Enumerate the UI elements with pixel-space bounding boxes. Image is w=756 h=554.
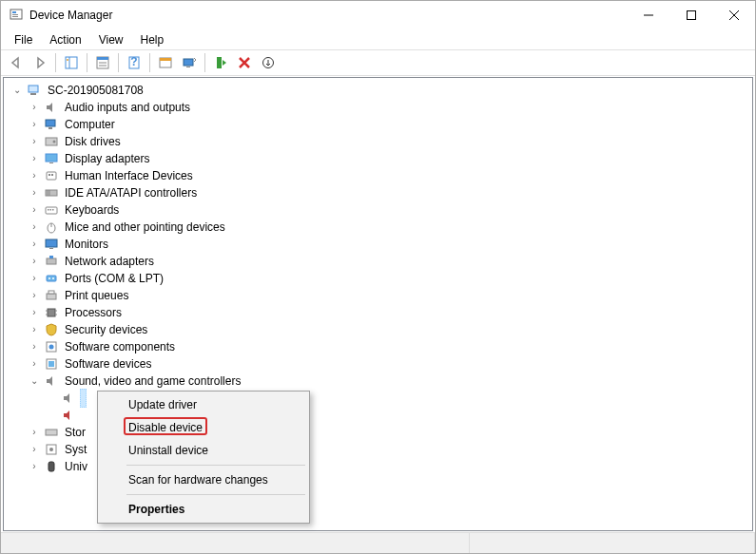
- svg-rect-29: [46, 154, 57, 162]
- ctx-update-driver[interactable]: Update driver: [100, 393, 307, 416]
- tree-category[interactable]: ›IDE ATA/ATAPI controllers: [10, 184, 752, 201]
- svg-point-58: [49, 345, 54, 350]
- category-label: Display adapters: [63, 150, 151, 167]
- tree-category[interactable]: ›Human Interface Devices: [10, 167, 752, 184]
- no-expand: [44, 391, 59, 406]
- expand-icon[interactable]: ›: [27, 305, 42, 320]
- ctx-uninstall-device[interactable]: Uninstall device: [100, 439, 307, 462]
- tree-category[interactable]: ›Processors: [10, 304, 752, 321]
- category-label: Human Interface Devices: [63, 167, 195, 184]
- expand-icon[interactable]: ›: [27, 237, 42, 252]
- svg-point-63: [49, 448, 53, 451]
- tree-root[interactable]: ⌄ SC-201905081708: [10, 82, 752, 99]
- expand-icon[interactable]: ›: [27, 202, 42, 218]
- context-menu: Update driver Disable device Uninstall d…: [97, 391, 310, 524]
- collapse-icon[interactable]: ⌄: [27, 373, 42, 389]
- collapse-icon[interactable]: ⌄: [10, 83, 25, 98]
- category-label: Keyboards: [63, 201, 121, 219]
- properties-button[interactable]: [91, 51, 114, 74]
- sound-icon: [61, 391, 76, 406]
- tree-category[interactable]: ›Disk drives: [10, 133, 752, 150]
- tree-category[interactable]: ›Ports (COM & LPT): [10, 270, 752, 287]
- svg-rect-3: [12, 16, 18, 17]
- tree-category[interactable]: ›Mice and other pointing devices: [10, 219, 752, 236]
- toolbar-separator: [149, 53, 150, 72]
- expand-icon[interactable]: ›: [27, 288, 42, 303]
- category-icon: [44, 185, 59, 201]
- maximize-button[interactable]: [669, 1, 712, 29]
- device-label: [80, 389, 87, 408]
- menu-action[interactable]: Action: [42, 31, 88, 48]
- expand-icon[interactable]: ›: [27, 322, 42, 337]
- expand-icon[interactable]: ›: [27, 425, 42, 440]
- minimize-button[interactable]: [627, 1, 669, 29]
- ctx-disable-device[interactable]: Disable device: [100, 416, 307, 439]
- computer-icon: [27, 83, 42, 98]
- category-label: Monitors: [63, 236, 110, 253]
- close-button[interactable]: [712, 1, 755, 29]
- tree-category[interactable]: ›Display adapters: [10, 150, 752, 167]
- category-icon: [44, 134, 59, 149]
- svg-rect-40: [52, 209, 54, 211]
- tree-category[interactable]: ›Print queues: [10, 287, 752, 304]
- expand-icon[interactable]: ›: [27, 220, 42, 235]
- svg-rect-38: [48, 209, 49, 211]
- category-label: Mice and other pointing devices: [63, 219, 227, 236]
- context-menu-separator: [126, 465, 305, 466]
- category-icon: [44, 237, 59, 252]
- uninstall-button[interactable]: [233, 51, 256, 74]
- show-hide-tree-button[interactable]: [60, 51, 83, 74]
- svg-rect-44: [49, 248, 53, 249]
- forward-button[interactable]: [29, 51, 51, 74]
- tree-category[interactable]: ›Monitors: [10, 236, 752, 253]
- category-icon: [44, 288, 59, 303]
- tree-category[interactable]: ›Security devices: [10, 321, 752, 338]
- menu-view[interactable]: View: [91, 31, 131, 48]
- category-label: Network adapters: [63, 253, 156, 270]
- svg-rect-2: [12, 14, 18, 15]
- category-icon: [44, 356, 59, 372]
- expand-icon[interactable]: ›: [27, 271, 42, 286]
- help-button[interactable]: ?: [123, 51, 145, 74]
- expand-icon[interactable]: ›: [27, 339, 42, 354]
- enable-button[interactable]: [209, 51, 232, 74]
- svg-rect-5: [687, 11, 695, 20]
- svg-rect-32: [48, 174, 50, 176]
- category-icon: [44, 117, 59, 132]
- back-button[interactable]: [5, 51, 28, 74]
- scan-hardware-button[interactable]: [178, 51, 201, 74]
- category-icon: [44, 305, 59, 320]
- action-button[interactable]: [154, 51, 177, 74]
- tree-category[interactable]: ›Software components: [10, 338, 752, 355]
- category-icon: [44, 168, 59, 183]
- menu-file[interactable]: File: [7, 31, 40, 48]
- expand-icon[interactable]: ›: [27, 459, 42, 474]
- category-icon: [44, 254, 59, 269]
- expand-icon[interactable]: ›: [27, 356, 42, 372]
- expand-icon[interactable]: ›: [27, 117, 42, 132]
- expand-icon[interactable]: ›: [27, 254, 42, 269]
- status-pane-1: [1, 533, 470, 553]
- svg-rect-50: [47, 294, 56, 299]
- category-icon: [44, 151, 59, 166]
- tree-category[interactable]: ›Keyboards: [10, 201, 752, 219]
- tree-category[interactable]: ›Network adapters: [10, 253, 752, 270]
- expand-icon[interactable]: ›: [27, 185, 42, 201]
- expand-icon[interactable]: ›: [27, 442, 42, 457]
- tree-category[interactable]: ›Computer: [10, 116, 752, 133]
- ctx-properties[interactable]: Properties: [100, 498, 307, 521]
- expand-icon[interactable]: ›: [27, 100, 42, 115]
- category-icon: [44, 202, 59, 218]
- tree-category-expanded[interactable]: ⌄ Sound, video and game controllers: [10, 373, 752, 390]
- category-label: Computer: [63, 116, 117, 133]
- update-button[interactable]: [257, 51, 280, 74]
- tree-category[interactable]: ›Audio inputs and outputs: [10, 99, 752, 116]
- svg-rect-18: [160, 58, 171, 61]
- tree-category[interactable]: ›Software devices: [10, 355, 752, 373]
- expand-icon[interactable]: ›: [27, 168, 42, 183]
- expand-icon[interactable]: ›: [27, 134, 42, 149]
- menu-help[interactable]: Help: [133, 31, 172, 48]
- expand-icon[interactable]: ›: [27, 151, 42, 166]
- svg-rect-60: [48, 361, 54, 367]
- ctx-scan-hardware[interactable]: Scan for hardware changes: [100, 468, 307, 491]
